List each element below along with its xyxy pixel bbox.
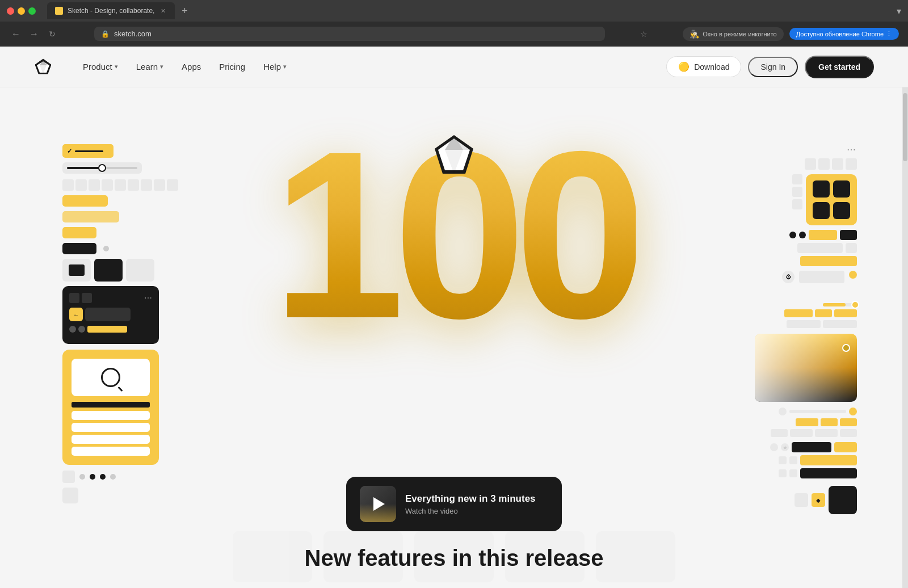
scrollbar-thumb[interactable] [903,93,907,161]
download-button[interactable]: 🟡 Download [666,56,741,77]
right-ui-lower: ★ ◆ [755,303,857,514]
download-emoji-icon: 🟡 [678,61,690,72]
video-thumbnail [360,486,396,522]
url-text: sketch.com [114,30,152,38]
logo[interactable] [34,58,52,76]
new-features-title: New features in this release [305,545,604,571]
hero-section: 100 ✓ [0,87,908,588]
signin-label: Sign In [760,62,785,72]
video-subtitle-text: Watch the video [405,507,536,515]
learn-label: Learn [136,62,158,72]
window-dropdown[interactable]: ▾ [897,6,901,16]
incognito-text: Окно в режиме инкогнито [703,31,776,37]
incognito-icon: 🕵 [690,30,699,39]
back-button[interactable]: ← [9,27,23,41]
lock-icon: 🔒 [101,30,110,38]
new-features-section: New features in this release [305,545,604,571]
tab-bar: Sketch - Design, collaborate, ✕ + [47,2,892,19]
nav-help[interactable]: Help ▾ [255,57,295,76]
nav-pricing[interactable]: Pricing [211,57,253,76]
maximize-traffic-light[interactable] [28,7,36,15]
download-label: Download [694,62,729,72]
traffic-lights [7,7,36,15]
incognito-badge: 🕵 Окно в режиме инкогнито [683,27,783,41]
sketch-logo-icon [34,58,52,76]
new-tab-button[interactable]: + [177,3,192,18]
forward-button[interactable]: → [27,27,41,41]
tab-close-icon[interactable]: ✕ [159,7,167,15]
left-ui-decorations: ✓ [62,144,178,286]
tab-title: Sketch - Design, collaborate, [68,7,154,15]
navigation: Product ▾ Learn ▾ Apps Pricing Help ▾ 🟡 … [0,47,908,87]
bookmark-icon[interactable]: ☆ [640,30,648,39]
nav-apps[interactable]: Apps [174,57,209,76]
product-chevron-icon: ▾ [115,63,118,70]
minimize-traffic-light[interactable] [18,7,25,15]
tab-favicon-icon [55,7,63,15]
chrome-update-button[interactable]: Доступно обновление Chrome ⋮ [789,28,899,40]
help-chevron-icon: ▾ [283,63,287,70]
nav-product[interactable]: Product ▾ [75,57,126,76]
right-ui-decorations: ⋯ [782,144,857,287]
update-icon: ⋮ [886,30,892,37]
signin-button[interactable]: Sign In [748,57,798,77]
active-tab[interactable]: Sketch - Design, collaborate, ✕ [47,2,175,19]
url-bar[interactable]: 🔒 sketch.com [94,27,605,41]
update-text: Доступно обновление Chrome [796,31,884,37]
help-label: Help [263,62,281,72]
window-dropdown-icon: ▾ [897,6,901,16]
play-button-icon [373,497,385,511]
scrollbar[interactable] [902,87,908,588]
center-diamond-icon [431,133,477,178]
nav-learn[interactable]: Learn ▾ [128,57,171,76]
video-title-text: Everything new in 3 minutes [405,493,536,505]
getstarted-button[interactable]: Get started [805,56,874,78]
apps-label: Apps [182,62,201,72]
learn-chevron-icon: ▾ [160,63,163,70]
getstarted-label: Get started [818,62,860,72]
close-traffic-light[interactable] [7,7,14,15]
left-ui-lower: ⋯ ← [62,286,159,503]
center-logo [431,133,477,180]
video-card[interactable]: Everything new in 3 minutes Watch the vi… [346,477,562,531]
reload-button[interactable]: ↻ [45,27,59,41]
product-label: Product [83,62,112,72]
pricing-label: Pricing [219,62,245,72]
